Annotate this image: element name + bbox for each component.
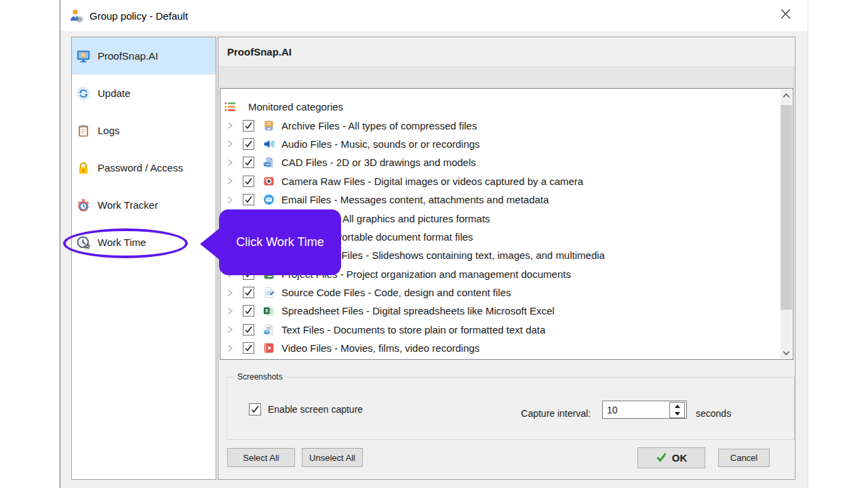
tree-row-label: Text Files - Documents to store plain or… [281, 324, 545, 336]
ok-button-label: OK [672, 452, 688, 464]
archive-icon [263, 120, 275, 131]
select-all-button[interactable]: Select All [227, 448, 295, 467]
chevron-right-icon[interactable] [226, 121, 234, 130]
scroll-down-icon[interactable] [781, 347, 792, 359]
screenshots-group: Screenshots Enable screen capture Captur… [226, 377, 795, 440]
chevron-right-icon[interactable] [226, 325, 234, 334]
tree-root-row: Monitored categories [220, 98, 780, 116]
spinner-down-icon[interactable] [670, 410, 684, 418]
cancel-button[interactable]: Cancel [718, 449, 770, 467]
svg-text:X: X [265, 308, 269, 314]
sidebar-item-work-time[interactable]: Work Time [72, 224, 216, 261]
interval-spinner [669, 402, 685, 418]
callout-arrow-icon [199, 225, 221, 263]
checkbox-checked[interactable] [243, 305, 254, 317]
checkbox-checked[interactable] [243, 157, 254, 168]
sidebar-item-label: Logs [98, 125, 120, 136]
panel-title: ProofSnap.AI [218, 37, 795, 67]
tree-row-label: CAD Files - 2D or 3D drawings and models [281, 157, 476, 168]
header-divider-strip [218, 67, 795, 87]
categories-list-icon [224, 101, 236, 113]
email-icon [263, 194, 275, 205]
tree-row-cad[interactable]: CAD CAD Files - 2D or 3D drawings and mo… [220, 153, 780, 171]
chevron-right-icon[interactable] [226, 344, 234, 353]
checkbox-checked[interactable] [243, 342, 254, 354]
tree-row-label: Camera Raw Files - Digital images or vid… [281, 176, 583, 187]
sidebar-item-work-tracker[interactable]: Work Tracker [72, 186, 216, 224]
sidebar-item-label: Update [98, 87, 130, 99]
group-policy-dialog: Group policy - Default ProofSnap.AI [60, 0, 808, 488]
checkbox-checked[interactable] [243, 176, 254, 187]
spinner-up-icon[interactable] [670, 403, 684, 410]
sidebar-item-label: Work Time [98, 237, 146, 248]
enable-screen-capture-label: Enable screen capture [268, 404, 363, 415]
chevron-right-icon[interactable] [226, 306, 234, 316]
sidebar-item-password-access[interactable]: Password / Access [72, 149, 216, 186]
clock-gear-icon [77, 236, 90, 249]
chevron-right-icon[interactable] [226, 195, 234, 205]
sidebar-item-label: Work Tracker [98, 199, 158, 211]
tree-row-archive[interactable]: Archive Files - All types of compressed … [220, 116, 780, 134]
sidebar-item-proofsnap[interactable]: ProofSnap.AI [72, 37, 216, 75]
clipboard-icon [77, 124, 90, 138]
tree-row-spreadsheet[interactable]: X Spreadsheet Files - Digital spreadshee… [220, 302, 780, 320]
unselect-all-button[interactable]: Unselect All [302, 448, 363, 467]
chevron-right-icon[interactable] [226, 139, 234, 148]
window-title: Group policy - Default [90, 10, 188, 22]
checkbox-checked[interactable] [243, 138, 254, 150]
cad-icon: CAD [263, 157, 275, 168]
audio-icon [263, 138, 275, 150]
close-icon[interactable] [777, 5, 793, 22]
screenshots-group-legend: Screenshots [234, 372, 286, 382]
tree-row-text[interactable]: TXT Text Files - Documents to store plai… [220, 321, 780, 339]
sidebar-item-logs[interactable]: Logs [72, 112, 216, 149]
capture-interval-label: Capture interval: [485, 408, 591, 419]
checkbox-checked[interactable] [243, 324, 254, 336]
tree-row-source-code[interactable]: Source Code Files - Code, design and con… [220, 283, 780, 302]
sidebar: ProofSnap.AI Update [71, 37, 216, 480]
scroll-up-icon[interactable] [781, 89, 792, 101]
tree-root-label: Monitored categories [248, 101, 343, 113]
chevron-right-icon[interactable] [226, 158, 234, 167]
group-policy-user-icon [68, 8, 83, 23]
checkbox-checked[interactable] [243, 120, 254, 131]
lock-icon [77, 161, 90, 175]
tree-row-label: Video Files - Movies, films, video recor… [281, 342, 479, 354]
sync-icon [77, 87, 90, 100]
annotation-callout: Click Work Time [219, 209, 341, 275]
chevron-right-icon[interactable] [226, 288, 234, 298]
interval-unit-label: seconds [696, 408, 731, 419]
tree-row-camera-raw[interactable]: Camera Raw Files - Digital images or vid… [220, 172, 780, 190]
sidebar-item-label: ProofSnap.AI [98, 50, 158, 62]
camera-icon [263, 176, 275, 187]
svg-text:CAD: CAD [264, 163, 270, 166]
enable-screen-capture[interactable]: Enable screen capture [249, 403, 363, 415]
scrollbar-thumb[interactable] [781, 105, 792, 310]
tree-row-audio[interactable]: Audio Files - Music, sounds or or record… [220, 135, 780, 153]
chevron-right-icon[interactable] [226, 176, 234, 186]
ok-button[interactable]: OK [637, 447, 705, 468]
stopwatch-icon [77, 199, 90, 212]
title-bar: Group policy - Default [60, 0, 808, 31]
capture-interval-field [602, 401, 687, 419]
capture-interval-input[interactable] [603, 401, 668, 418]
text-file-icon: TXT [263, 324, 275, 336]
tree-row-label: Spreadsheet Files - Digital spreadsheets… [281, 305, 555, 317]
tree-row-label: Source Code Files - Code, design and con… [281, 287, 511, 298]
sidebar-item-label: Password / Access [98, 162, 183, 174]
checkbox-checked[interactable] [243, 287, 254, 298]
video-icon [263, 342, 275, 354]
monitor-icon [77, 49, 90, 63]
checkbox-checked[interactable] [249, 403, 261, 415]
source-code-icon [263, 287, 275, 298]
ok-check-icon [656, 452, 667, 464]
spreadsheet-icon: X [263, 305, 275, 317]
checkbox-checked[interactable] [243, 194, 254, 205]
tree-row-label: Archive Files - All types of compressed … [281, 120, 477, 131]
tree-row-email[interactable]: Email Files - Messages content, attachme… [220, 190, 780, 209]
callout-text: Click Work Time [236, 235, 324, 249]
tree-row-video[interactable]: Video Files - Movies, films, video recor… [220, 339, 780, 357]
svg-text:TXT: TXT [264, 331, 270, 333]
sidebar-item-update[interactable]: Update [72, 75, 216, 112]
vertical-scrollbar[interactable] [781, 89, 792, 359]
